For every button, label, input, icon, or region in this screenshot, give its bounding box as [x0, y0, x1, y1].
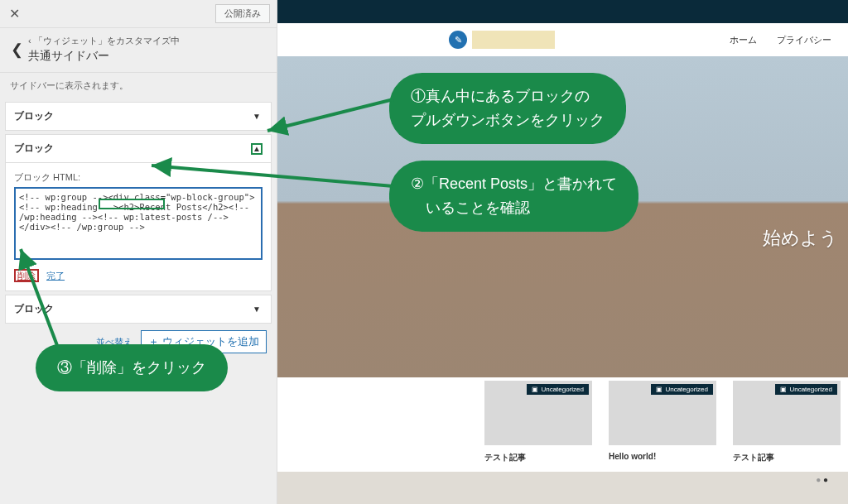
widget-header[interactable]: ブロック ▼ — [5, 102, 272, 131]
post-cards: ▣Uncategorized テスト記事 ▣Uncategorized Hell… — [277, 377, 848, 472]
card-title: テスト記事 — [484, 452, 592, 463]
widget-label: ブロック — [14, 302, 54, 316]
delete-link[interactable]: 削除 — [14, 269, 39, 282]
annotation-1: ①真ん中にあるブロックのプルダウンボタンをクリック — [389, 73, 626, 144]
widget-actions: 削除 完了 — [14, 270, 263, 282]
nav-privacy[interactable]: プライバシー — [777, 34, 831, 46]
card-thumbnail: ▣Uncategorized — [484, 381, 592, 445]
chevron-down-icon: ▼ — [251, 304, 263, 315]
chevron-down-icon: ▼ — [251, 111, 263, 122]
category-tag: ▣Uncategorized — [775, 384, 837, 395]
category-tag: ▣Uncategorized — [527, 384, 589, 395]
folder-icon: ▣ — [656, 386, 662, 393]
panel-description: サイドバーに表示されます。 — [0, 73, 277, 98]
preview-nav: ✎ ホーム プライバシー — [277, 23, 848, 56]
sidebar-header: ❮ ‹ 「ウィジェット」をカスタマイズ中 共通サイドバー — [0, 28, 277, 73]
back-icon[interactable]: ❮ — [5, 38, 28, 61]
close-icon[interactable]: ✕ — [0, 0, 28, 28]
block-html-textarea[interactable] — [14, 187, 263, 260]
site-logo-area: ✎ — [294, 31, 710, 49]
chevron-up-icon: ▲ — [251, 143, 263, 155]
preview-topbar — [277, 0, 848, 23]
widget-header[interactable]: ブロック ▲ — [5, 134, 272, 163]
folder-icon: ▣ — [780, 386, 787, 393]
carousel-dots[interactable]: ● ● — [277, 472, 848, 484]
annotation-2: ②「Recent Posts」と書かれて いることを確認 — [389, 161, 638, 232]
done-link[interactable]: 完了 — [46, 271, 65, 281]
post-card[interactable]: ▣Uncategorized テスト記事 — [484, 381, 592, 463]
breadcrumb: ‹ 「ウィジェット」をカスタマイズ中 — [28, 35, 180, 47]
logo-placeholder — [472, 31, 555, 49]
widget-body: ブロック HTML: 削除 完了 — [5, 163, 272, 291]
annotation-3: ③「削除」をクリック — [36, 344, 228, 391]
post-card[interactable]: ▣Uncategorized テスト記事 — [733, 381, 841, 463]
card-thumbnail: ▣Uncategorized — [733, 381, 841, 445]
widget-header[interactable]: ブロック ▼ — [5, 295, 272, 324]
post-card[interactable]: ▣Uncategorized Hello world! — [609, 381, 716, 463]
publish-status-button[interactable]: 公開済み — [215, 4, 270, 23]
widget-label: ブロック — [14, 109, 54, 123]
folder-icon: ▣ — [532, 386, 538, 393]
nav-home[interactable]: ホーム — [730, 34, 757, 46]
sidebar-top-row: ✕ 公開済み — [0, 0, 277, 28]
card-title: Hello world! — [609, 452, 716, 461]
hero-text: 始めよう — [763, 226, 838, 251]
customizer-sidebar: ✕ 公開済み ❮ ‹ 「ウィジェット」をカスタマイズ中 共通サイドバー サイドバ… — [0, 0, 277, 504]
panel-title: 共通サイドバー — [28, 49, 180, 64]
html-field-label: ブロック HTML: — [14, 171, 263, 184]
edit-pencil-icon[interactable]: ✎ — [449, 31, 467, 49]
category-tag: ▣Uncategorized — [651, 384, 713, 395]
card-title: テスト記事 — [733, 452, 841, 463]
widget-label: ブロック — [14, 142, 54, 156]
card-thumbnail: ▣Uncategorized — [609, 381, 716, 445]
